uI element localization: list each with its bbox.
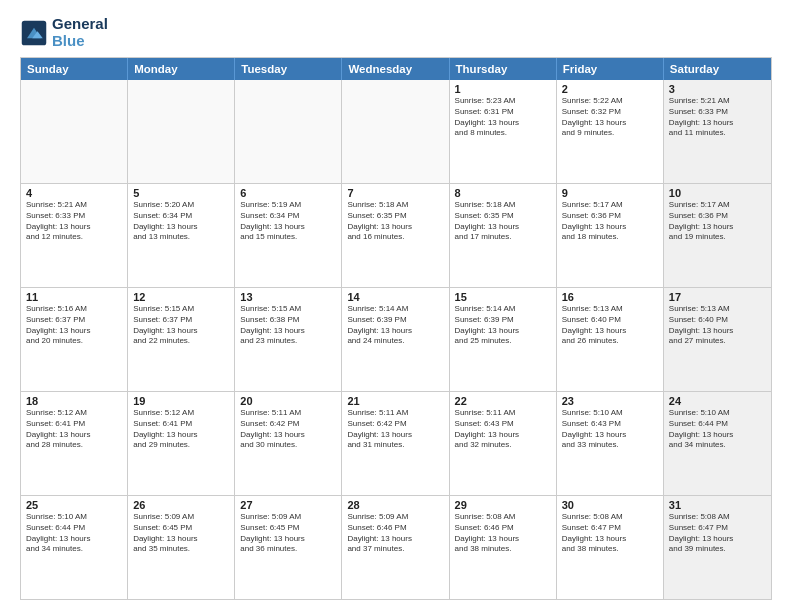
calendar-cell-21: 21Sunrise: 5:11 AM Sunset: 6:42 PM Dayli…	[342, 392, 449, 495]
page: General Blue SundayMondayTuesdayWednesda…	[0, 0, 792, 612]
day-number: 18	[26, 395, 122, 407]
day-number: 10	[669, 187, 766, 199]
calendar-row-3: 18Sunrise: 5:12 AM Sunset: 6:41 PM Dayli…	[21, 391, 771, 495]
day-number: 24	[669, 395, 766, 407]
weekday-header-tuesday: Tuesday	[235, 58, 342, 80]
day-number: 26	[133, 499, 229, 511]
calendar-cell-25: 25Sunrise: 5:10 AM Sunset: 6:44 PM Dayli…	[21, 496, 128, 599]
calendar-cell-30: 30Sunrise: 5:08 AM Sunset: 6:47 PM Dayli…	[557, 496, 664, 599]
day-number: 11	[26, 291, 122, 303]
weekday-header-monday: Monday	[128, 58, 235, 80]
cell-info: Sunrise: 5:19 AM Sunset: 6:34 PM Dayligh…	[240, 200, 336, 243]
calendar-cell-8: 8Sunrise: 5:18 AM Sunset: 6:35 PM Daylig…	[450, 184, 557, 287]
cell-info: Sunrise: 5:10 AM Sunset: 6:43 PM Dayligh…	[562, 408, 658, 451]
calendar-cell-22: 22Sunrise: 5:11 AM Sunset: 6:43 PM Dayli…	[450, 392, 557, 495]
calendar-cell-29: 29Sunrise: 5:08 AM Sunset: 6:46 PM Dayli…	[450, 496, 557, 599]
calendar-row-4: 25Sunrise: 5:10 AM Sunset: 6:44 PM Dayli…	[21, 495, 771, 599]
day-number: 25	[26, 499, 122, 511]
cell-info: Sunrise: 5:14 AM Sunset: 6:39 PM Dayligh…	[455, 304, 551, 347]
calendar-cell-28: 28Sunrise: 5:09 AM Sunset: 6:46 PM Dayli…	[342, 496, 449, 599]
calendar-cell-10: 10Sunrise: 5:17 AM Sunset: 6:36 PM Dayli…	[664, 184, 771, 287]
logo-icon	[20, 19, 48, 47]
day-number: 31	[669, 499, 766, 511]
cell-info: Sunrise: 5:17 AM Sunset: 6:36 PM Dayligh…	[562, 200, 658, 243]
calendar-cell-16: 16Sunrise: 5:13 AM Sunset: 6:40 PM Dayli…	[557, 288, 664, 391]
weekday-header-sunday: Sunday	[21, 58, 128, 80]
day-number: 9	[562, 187, 658, 199]
calendar-cell-15: 15Sunrise: 5:14 AM Sunset: 6:39 PM Dayli…	[450, 288, 557, 391]
calendar-cell-26: 26Sunrise: 5:09 AM Sunset: 6:45 PM Dayli…	[128, 496, 235, 599]
calendar-cell-empty-0-0	[21, 80, 128, 183]
day-number: 7	[347, 187, 443, 199]
calendar-cell-31: 31Sunrise: 5:08 AM Sunset: 6:47 PM Dayli…	[664, 496, 771, 599]
day-number: 29	[455, 499, 551, 511]
day-number: 30	[562, 499, 658, 511]
day-number: 14	[347, 291, 443, 303]
logo: General Blue	[20, 16, 108, 49]
day-number: 8	[455, 187, 551, 199]
day-number: 28	[347, 499, 443, 511]
calendar-cell-13: 13Sunrise: 5:15 AM Sunset: 6:38 PM Dayli…	[235, 288, 342, 391]
logo-text: General Blue	[52, 16, 108, 49]
day-number: 12	[133, 291, 229, 303]
calendar-cell-9: 9Sunrise: 5:17 AM Sunset: 6:36 PM Daylig…	[557, 184, 664, 287]
cell-info: Sunrise: 5:09 AM Sunset: 6:45 PM Dayligh…	[240, 512, 336, 555]
calendar-cell-4: 4Sunrise: 5:21 AM Sunset: 6:33 PM Daylig…	[21, 184, 128, 287]
day-number: 16	[562, 291, 658, 303]
calendar-cell-1: 1Sunrise: 5:23 AM Sunset: 6:31 PM Daylig…	[450, 80, 557, 183]
cell-info: Sunrise: 5:09 AM Sunset: 6:45 PM Dayligh…	[133, 512, 229, 555]
cell-info: Sunrise: 5:17 AM Sunset: 6:36 PM Dayligh…	[669, 200, 766, 243]
cell-info: Sunrise: 5:22 AM Sunset: 6:32 PM Dayligh…	[562, 96, 658, 139]
calendar: SundayMondayTuesdayWednesdayThursdayFrid…	[20, 57, 772, 600]
cell-info: Sunrise: 5:13 AM Sunset: 6:40 PM Dayligh…	[562, 304, 658, 347]
weekday-header-wednesday: Wednesday	[342, 58, 449, 80]
calendar-cell-14: 14Sunrise: 5:14 AM Sunset: 6:39 PM Dayli…	[342, 288, 449, 391]
cell-info: Sunrise: 5:23 AM Sunset: 6:31 PM Dayligh…	[455, 96, 551, 139]
cell-info: Sunrise: 5:10 AM Sunset: 6:44 PM Dayligh…	[669, 408, 766, 451]
cell-info: Sunrise: 5:13 AM Sunset: 6:40 PM Dayligh…	[669, 304, 766, 347]
day-number: 5	[133, 187, 229, 199]
calendar-cell-12: 12Sunrise: 5:15 AM Sunset: 6:37 PM Dayli…	[128, 288, 235, 391]
cell-info: Sunrise: 5:21 AM Sunset: 6:33 PM Dayligh…	[669, 96, 766, 139]
calendar-row-0: 1Sunrise: 5:23 AM Sunset: 6:31 PM Daylig…	[21, 80, 771, 183]
cell-info: Sunrise: 5:11 AM Sunset: 6:42 PM Dayligh…	[240, 408, 336, 451]
cell-info: Sunrise: 5:11 AM Sunset: 6:43 PM Dayligh…	[455, 408, 551, 451]
cell-info: Sunrise: 5:12 AM Sunset: 6:41 PM Dayligh…	[26, 408, 122, 451]
cell-info: Sunrise: 5:20 AM Sunset: 6:34 PM Dayligh…	[133, 200, 229, 243]
cell-info: Sunrise: 5:21 AM Sunset: 6:33 PM Dayligh…	[26, 200, 122, 243]
day-number: 23	[562, 395, 658, 407]
day-number: 6	[240, 187, 336, 199]
calendar-cell-17: 17Sunrise: 5:13 AM Sunset: 6:40 PM Dayli…	[664, 288, 771, 391]
cell-info: Sunrise: 5:08 AM Sunset: 6:47 PM Dayligh…	[669, 512, 766, 555]
day-number: 15	[455, 291, 551, 303]
day-number: 13	[240, 291, 336, 303]
calendar-cell-19: 19Sunrise: 5:12 AM Sunset: 6:41 PM Dayli…	[128, 392, 235, 495]
calendar-row-2: 11Sunrise: 5:16 AM Sunset: 6:37 PM Dayli…	[21, 287, 771, 391]
calendar-cell-3: 3Sunrise: 5:21 AM Sunset: 6:33 PM Daylig…	[664, 80, 771, 183]
day-number: 4	[26, 187, 122, 199]
weekday-header-saturday: Saturday	[664, 58, 771, 80]
day-number: 3	[669, 83, 766, 95]
weekday-header-thursday: Thursday	[450, 58, 557, 80]
day-number: 22	[455, 395, 551, 407]
calendar-cell-23: 23Sunrise: 5:10 AM Sunset: 6:43 PM Dayli…	[557, 392, 664, 495]
calendar-cell-2: 2Sunrise: 5:22 AM Sunset: 6:32 PM Daylig…	[557, 80, 664, 183]
header: General Blue	[20, 16, 772, 49]
cell-info: Sunrise: 5:15 AM Sunset: 6:37 PM Dayligh…	[133, 304, 229, 347]
cell-info: Sunrise: 5:15 AM Sunset: 6:38 PM Dayligh…	[240, 304, 336, 347]
cell-info: Sunrise: 5:09 AM Sunset: 6:46 PM Dayligh…	[347, 512, 443, 555]
day-number: 20	[240, 395, 336, 407]
cell-info: Sunrise: 5:08 AM Sunset: 6:47 PM Dayligh…	[562, 512, 658, 555]
calendar-header: SundayMondayTuesdayWednesdayThursdayFrid…	[21, 58, 771, 80]
calendar-cell-24: 24Sunrise: 5:10 AM Sunset: 6:44 PM Dayli…	[664, 392, 771, 495]
cell-info: Sunrise: 5:16 AM Sunset: 6:37 PM Dayligh…	[26, 304, 122, 347]
weekday-header-friday: Friday	[557, 58, 664, 80]
calendar-body: 1Sunrise: 5:23 AM Sunset: 6:31 PM Daylig…	[21, 80, 771, 599]
cell-info: Sunrise: 5:14 AM Sunset: 6:39 PM Dayligh…	[347, 304, 443, 347]
cell-info: Sunrise: 5:10 AM Sunset: 6:44 PM Dayligh…	[26, 512, 122, 555]
calendar-cell-11: 11Sunrise: 5:16 AM Sunset: 6:37 PM Dayli…	[21, 288, 128, 391]
calendar-cell-20: 20Sunrise: 5:11 AM Sunset: 6:42 PM Dayli…	[235, 392, 342, 495]
day-number: 1	[455, 83, 551, 95]
cell-info: Sunrise: 5:18 AM Sunset: 6:35 PM Dayligh…	[347, 200, 443, 243]
day-number: 19	[133, 395, 229, 407]
